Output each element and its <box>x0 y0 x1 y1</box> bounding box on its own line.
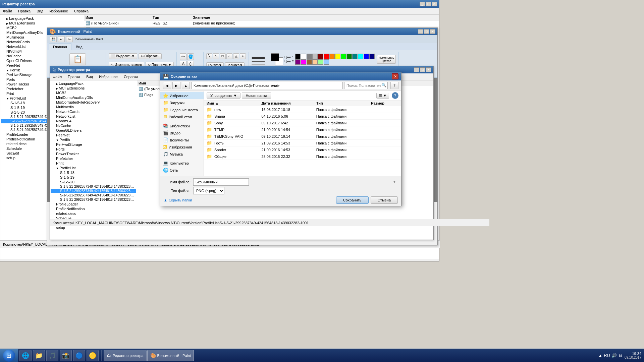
new-folder-btn[interactable]: Новая папка <box>242 93 271 99</box>
tree2-item[interactable]: OpenGLDrivers <box>51 128 136 133</box>
col-type-header[interactable]: Тип <box>316 101 371 105</box>
tree2-item[interactable]: PowerTracker <box>51 152 136 156</box>
rect-shape[interactable]: □ <box>220 53 226 59</box>
paint-quick-undo[interactable]: ↩ <box>58 36 65 42</box>
col-size-header[interactable]: Размер <box>371 101 398 105</box>
taskbar-chrome[interactable]: 🔵 <box>73 350 85 361</box>
breadcrumb-computer[interactable]: Компьютер <box>194 83 213 87</box>
tree2-item[interactable]: S-1-5-18 <box>51 170 136 175</box>
tree2-profilelist[interactable]: ProfileList <box>51 166 136 170</box>
taskbar-photos[interactable]: 📸 <box>60 350 72 361</box>
palette-gray1[interactable] <box>307 54 312 59</box>
fill-tool[interactable]: 🪣 <box>187 53 194 60</box>
dialog-forward-btn[interactable]: ▶ <box>172 82 180 89</box>
filename-input[interactable] <box>193 178 249 186</box>
file-row-snana[interactable]: 📁 Snana 04.10.2016 5:06 Папка с файлами <box>204 113 401 120</box>
palette-cyan[interactable] <box>358 54 363 59</box>
sidebar-video[interactable]: 🎬 Видео <box>160 129 204 136</box>
tree2-item[interactable]: MCB2 <box>51 90 136 95</box>
paste-btn[interactable]: 📋 <box>69 53 86 65</box>
menu-favorites[interactable]: Избранное <box>48 8 69 14</box>
dialog-close-btn[interactable]: ✕ <box>392 73 398 79</box>
tree2-item[interactable]: S-1-5-21-2992587349-4241564818-143903228… <box>51 197 136 202</box>
sidebar-desktop[interactable]: 🖥 Рабочий стол <box>160 113 204 120</box>
reg-value-row[interactable]: 🔤 (По умолчанию) REG_SZ (значение не при… <box>84 20 439 26</box>
col-name-header[interactable]: Имя ▲ <box>207 101 261 105</box>
tree2-item[interactable]: PerHwdStorage <box>51 142 136 147</box>
file-row-temp-vaio[interactable]: 📁 TEMP.Sony-VAIO 09.10.2017 19:14 Папка … <box>204 133 401 140</box>
palette-magenta[interactable] <box>301 59 306 65</box>
tree2-item[interactable]: NtVdm64 <box>51 119 136 123</box>
tree2-item[interactable]: ProfileLoader <box>51 202 136 206</box>
reg2-maximize[interactable]: □ <box>420 67 425 72</box>
filename-dropdown-icon[interactable]: ▼ <box>392 179 396 184</box>
taskbar-app6[interactable]: 🟡 <box>87 350 99 361</box>
palette-purple[interactable] <box>295 59 301 65</box>
thickness-2[interactable] <box>252 61 265 62</box>
minimize-btn[interactable]: _ <box>420 2 425 6</box>
sidebar-libraries-header[interactable]: 📚 Библиотеки <box>160 122 204 129</box>
tree2-item[interactable]: Multimedia <box>51 105 136 109</box>
palette-yellow[interactable] <box>335 54 340 59</box>
tree2-item[interactable]: NvCache <box>51 123 136 128</box>
palette-lime[interactable] <box>341 54 346 59</box>
sidebar-images[interactable]: 🖼 Изображения <box>160 143 204 150</box>
sidebar-docs[interactable]: 📄 Документы <box>160 136 204 143</box>
file-row-guest[interactable]: 📁 Гость 21.09.2016 14:53 Папка с файлами <box>204 140 401 146</box>
palette-red[interactable] <box>324 54 329 59</box>
file-row-new[interactable]: 📁 new 16.03.2017 10:18 Папка с файлами <box>204 106 401 113</box>
curve-shape[interactable]: ∿ <box>213 53 219 59</box>
paint-quick-redo[interactable]: ↪ <box>66 36 73 42</box>
dialog-breadcrumb[interactable]: Компьютер ▶ Локальный диск (C:) ▶ Пользо… <box>191 82 343 89</box>
sidebar-recent[interactable]: 📁 Недавние места <box>160 106 204 113</box>
palette-teal[interactable] <box>352 54 358 59</box>
close-btn[interactable]: ✕ <box>432 2 437 6</box>
thickness-1[interactable] <box>252 57 265 59</box>
palette-black[interactable] <box>295 54 301 59</box>
reg2-minimize[interactable]: _ <box>414 67 419 72</box>
tree2-item[interactable]: MiniDumpAuxiliaryDlls <box>51 95 136 100</box>
menu-view[interactable]: Вид <box>35 8 45 14</box>
tab-view[interactable]: Вид <box>71 43 87 50</box>
tree2-item[interactable]: S-1-5-19 <box>51 175 136 180</box>
paint-close[interactable]: ✕ <box>430 29 435 34</box>
select-btn[interactable]: ⬜ Выделить▼ <box>109 53 137 59</box>
dialog-up-btn[interactable]: ▲ <box>182 82 190 89</box>
triangle-shape[interactable]: △ <box>233 53 239 59</box>
file-row-sony[interactable]: 📁 Sony 09.10.2017 6:42 Папка с файлами <box>204 120 401 126</box>
color1-btn[interactable] <box>271 53 279 61</box>
tree2-item[interactable]: Perflib <box>51 137 136 142</box>
paint-maximize[interactable]: □ <box>424 29 429 34</box>
line-shape[interactable]: ╲ <box>206 53 212 59</box>
file-row-temp[interactable]: 📁 TEMP 21.09.2016 14:54 Папка с файлами <box>204 126 401 133</box>
crop-btn[interactable]: ✂ Обрезать <box>139 53 162 59</box>
view-toggle-btn[interactable]: ☰ ▼ <box>376 93 389 99</box>
tray-clock[interactable]: 19:34 09.10.2017 <box>625 352 641 359</box>
palette-gray2[interactable] <box>312 54 318 59</box>
tray-speaker[interactable]: 🔊 <box>611 353 617 358</box>
menu-help[interactable]: Справка <box>73 8 90 14</box>
palette-lightgreen[interactable] <box>318 59 323 65</box>
tree2-item[interactable]: ProfileNotification <box>51 206 136 211</box>
taskbar-ie[interactable]: 🌐 <box>19 350 32 361</box>
start-button[interactable]: ⊞ <box>0 349 18 362</box>
taskbar-media[interactable]: 🎵 <box>46 350 58 361</box>
palette-green[interactable] <box>346 54 352 59</box>
palette-lightblue[interactable] <box>324 59 329 65</box>
reg2-menu-help[interactable]: Справка <box>122 74 140 79</box>
dialog-help-btn[interactable]: ? <box>390 82 398 89</box>
tree2-item[interactable]: Print <box>51 161 136 166</box>
col-date-header[interactable]: Дата изменения <box>261 101 316 105</box>
palette-white[interactable] <box>301 54 306 59</box>
file-row-sander[interactable]: 📁 Sander 21.09.2016 14:53 Папка с файлам… <box>204 146 401 153</box>
reg2-menu-view[interactable]: Вид <box>85 74 94 79</box>
taskbar-regedit[interactable]: 🗂 Редактор реестра <box>104 350 147 361</box>
tree2-item[interactable]: MCI Extensions <box>51 86 136 90</box>
tab-home[interactable]: Главная <box>49 43 71 50</box>
tree-item[interactable]: LanguagePack <box>1 16 83 21</box>
menu-file[interactable]: Файл <box>2 8 13 14</box>
tree2-item[interactable]: S-1-5-21-2992587349-4241564818-143903228… <box>51 184 136 189</box>
paint-minimize[interactable]: _ <box>418 29 423 34</box>
palette-blue[interactable] <box>364 54 369 59</box>
oval-shape[interactable]: ○ <box>226 53 232 59</box>
